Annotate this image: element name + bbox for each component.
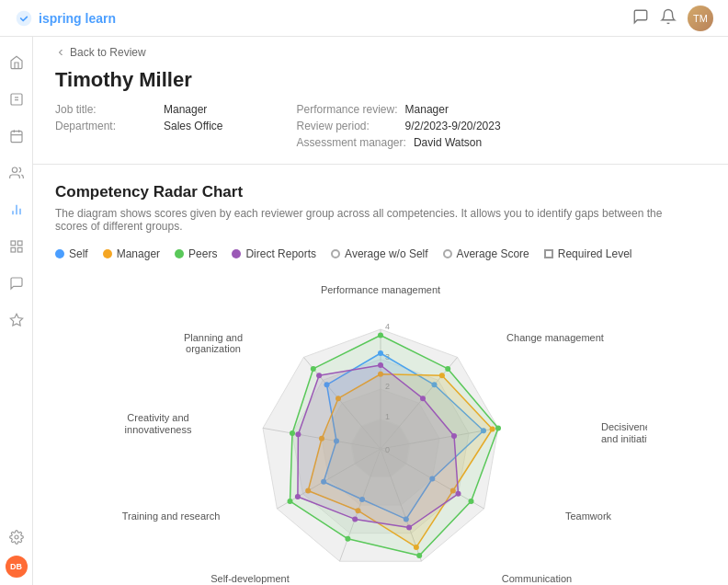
sidebar-item-analytics[interactable] <box>0 230 33 263</box>
sidebar-item-achievements[interactable] <box>0 304 33 337</box>
profile-details: Job title: Manager Department: Sales Off… <box>55 103 706 149</box>
chart-description: The diagram shows scores given by each r… <box>55 207 680 233</box>
svg-point-86 <box>295 431 301 437</box>
bell-icon[interactable] <box>660 8 677 29</box>
chat-icon[interactable] <box>632 8 649 29</box>
svg-point-82 <box>456 491 461 497</box>
performance-review-row: Performance review: Manager <box>296 103 500 116</box>
svg-text:Teamwork: Teamwork <box>565 510 612 522</box>
svg-point-77 <box>311 366 316 372</box>
legend-direct-reports[interactable]: Direct Reports <box>232 247 316 260</box>
svg-text:Self-development: Self-development <box>210 573 290 584</box>
sidebar-item-courses[interactable] <box>0 83 33 116</box>
radar-chart-container: Performance management Change management… <box>55 279 706 585</box>
review-period-row: Review period: 9/2/2023-9/20/2023 <box>296 120 500 132</box>
legend-dot-average-wo-self <box>331 249 340 258</box>
svg-point-70 <box>445 366 450 372</box>
sidebar-bottom: DB <box>0 511 33 585</box>
legend-dot-peers <box>175 249 184 258</box>
svg-text:Creativity and: Creativity and <box>127 412 188 423</box>
legend-average-wo-self[interactable]: Average w/o Self <box>331 247 428 260</box>
detail-group-right: Performance review: Manager Review perio… <box>296 103 500 149</box>
app-logo: ispring learn <box>15 9 116 28</box>
legend-dot-manager <box>103 249 112 258</box>
svg-rect-4 <box>11 132 22 143</box>
svg-rect-14 <box>17 247 22 252</box>
svg-rect-13 <box>17 241 22 246</box>
svg-point-83 <box>406 525 412 531</box>
svg-text:Change management: Change management <box>506 332 604 343</box>
svg-point-75 <box>288 499 293 504</box>
svg-point-8 <box>12 167 17 172</box>
svg-point-74 <box>345 536 350 542</box>
profile-section: Timothy Miller Job title: Manager Depart… <box>33 64 728 165</box>
svg-text:Communication: Communication <box>502 573 572 584</box>
svg-rect-15 <box>11 247 16 252</box>
logo-text: ispring learn <box>39 11 116 26</box>
svg-point-71 <box>495 425 501 430</box>
chart-title: Competency Radar Chart <box>55 183 706 201</box>
legend-square-required-level <box>544 249 553 258</box>
svg-text:and initiative: and initiative <box>601 433 647 444</box>
detail-group-left: Job title: Manager Department: Sales Off… <box>55 103 222 149</box>
department-row: Department: Sales Office <box>55 120 222 132</box>
svg-text:Performance management: Performance management <box>321 284 440 295</box>
sidebar-item-calendar[interactable] <box>0 120 33 153</box>
svg-text:organization: organization <box>186 343 241 354</box>
svg-point-81 <box>451 433 457 439</box>
topbar: ispring learn TM <box>0 0 728 37</box>
logo-icon <box>15 9 33 28</box>
svg-point-84 <box>352 516 358 522</box>
legend-manager[interactable]: Manager <box>103 247 160 260</box>
legend-required-level[interactable]: Required Level <box>544 247 632 260</box>
legend-dot-self <box>55 249 64 258</box>
svg-text:4: 4 <box>385 322 390 331</box>
svg-point-85 <box>295 494 301 499</box>
svg-point-73 <box>416 553 422 558</box>
svg-point-69 <box>378 333 383 338</box>
chart-section: Competency Radar Chart The diagram shows… <box>33 165 728 585</box>
svg-point-16 <box>15 535 18 539</box>
sidebar-item-users[interactable] <box>0 156 33 189</box>
sidebar-item-reports[interactable] <box>0 193 33 226</box>
sidebar-item-settings[interactable] <box>0 521 33 554</box>
svg-point-0 <box>17 10 32 26</box>
svg-text:Training and research: Training and research <box>122 510 221 522</box>
legend-peers[interactable]: Peers <box>175 247 217 260</box>
topbar-actions: TM <box>632 6 713 31</box>
svg-text:Decisiveness: Decisiveness <box>601 421 647 432</box>
chart-legend: Self Manager Peers Direct Reports <box>55 247 706 260</box>
legend-dot-direct-reports <box>232 249 241 258</box>
sidebar-item-home[interactable] <box>0 46 33 79</box>
svg-rect-1 <box>11 94 22 105</box>
radar-chart-svg: Performance management Change management… <box>114 279 647 585</box>
svg-point-79 <box>378 362 383 368</box>
svg-point-87 <box>316 373 322 378</box>
current-user-avatar[interactable]: DB <box>6 556 28 578</box>
sidebar-item-messages[interactable] <box>0 267 33 300</box>
main-content: Back to Review Timothy Miller Job title:… <box>33 37 728 585</box>
legend-average-score[interactable]: Average Score <box>443 247 529 260</box>
legend-self[interactable]: Self <box>55 247 88 260</box>
svg-text:innovativeness: innovativeness <box>125 424 192 435</box>
back-to-review-link[interactable]: Back to Review <box>33 37 728 64</box>
sidebar-nav <box>0 37 33 511</box>
svg-text:Planning and: Planning and <box>184 332 243 343</box>
user-avatar[interactable]: TM <box>688 6 713 31</box>
svg-point-80 <box>420 396 426 401</box>
profile-name: Timothy Miller <box>55 68 706 92</box>
svg-point-72 <box>469 499 474 504</box>
back-arrow-icon <box>55 47 66 58</box>
job-title-row: Job title: Manager <box>55 103 222 116</box>
svg-rect-12 <box>11 241 16 246</box>
svg-point-76 <box>290 430 295 436</box>
assessment-manager-row: Assessment manager: David Watson <box>296 136 500 149</box>
sidebar: DB <box>0 37 33 585</box>
legend-dot-average-score <box>443 249 452 258</box>
